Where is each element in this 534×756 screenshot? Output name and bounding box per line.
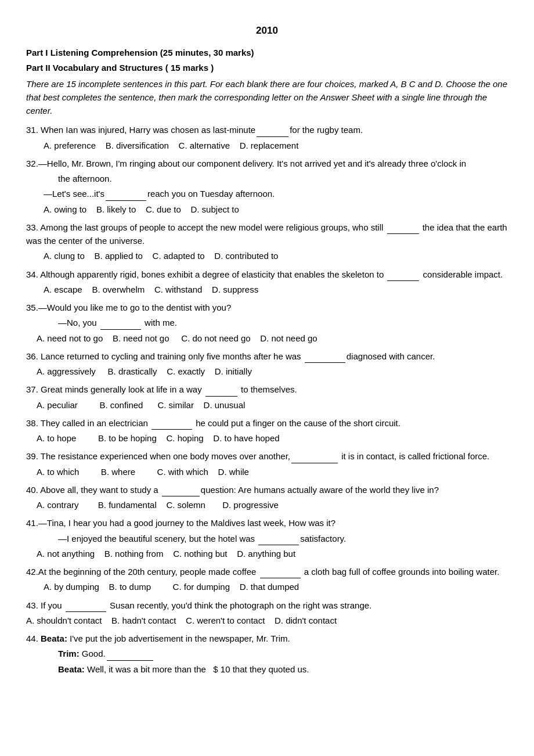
q31-options: A. preference B. diversification C. alte… xyxy=(44,139,508,152)
question-31: 31. When Ian was injured, Harry was chos… xyxy=(26,123,508,152)
q42-text: 42.At the beginning of the 20th century,… xyxy=(26,565,508,578)
part1-heading: Part I Listening Comprehension (25 minut… xyxy=(26,46,508,60)
q38-text: 38. They called in an electrician he cou… xyxy=(26,416,508,430)
q40-options: A. contrary B. fundamental C. solemn D. … xyxy=(37,498,508,512)
q42-options: A. by dumping B. to dump C. for dumping … xyxy=(44,580,508,593)
q41-text2: —I enjoyed the beautiful scenery, but th… xyxy=(58,532,508,545)
question-36: 36. Lance returned to cycling and traini… xyxy=(26,350,508,379)
q39-text: 39. The resistance experienced when one … xyxy=(26,449,508,463)
q40-text: 40. Above all, they want to study a ques… xyxy=(26,483,508,496)
part2-heading: Part II Vocabulary and Structures ( 15 m… xyxy=(26,62,508,75)
q33-text: 33. Among the last groups of people to a… xyxy=(26,221,508,248)
q36-options: A. aggressively B. drastically C. exactl… xyxy=(37,365,508,378)
q41-options: A. not anything B. nothing from C. nothi… xyxy=(37,547,508,560)
question-40: 40. Above all, they want to study a ques… xyxy=(26,483,508,512)
q44-text2: Trim: Good. xyxy=(58,647,508,660)
q32-options: A. owing to B. likely to C. due to D. su… xyxy=(44,203,508,216)
q32-text2: —Let's see...it'sreach you on Tuesday af… xyxy=(44,187,508,200)
q31-text: 31. When Ian was injured, Harry was chos… xyxy=(26,123,508,136)
q43-text: 43. If you Susan recently, you'd think t… xyxy=(26,599,508,612)
q44-text3: Beata: Well, it was a bit more than the … xyxy=(58,663,508,676)
q43-options: A. shouldn't contact B. hadn't contact C… xyxy=(26,614,508,627)
question-44: 44. Beata: I've put the job advertisemen… xyxy=(26,632,508,676)
question-37: 37. Great minds generally look at life i… xyxy=(26,383,508,412)
instructions: There are 15 incomplete sentences in thi… xyxy=(26,77,508,118)
q44-text1: 44. Beata: I've put the job advertisemen… xyxy=(26,632,508,645)
question-41: 41.—Tina, I hear you had a good journey … xyxy=(26,516,508,560)
question-34: 34. Although apparently rigid, bones exh… xyxy=(26,268,508,297)
part2-marks-val: ( 15 marks ) xyxy=(165,63,214,73)
q35-text2: —No, you with me. xyxy=(58,316,508,329)
question-43: 43. If you Susan recently, you'd think t… xyxy=(26,599,508,628)
page-title: 2010 xyxy=(26,23,508,38)
question-42: 42.At the beginning of the 20th century,… xyxy=(26,565,508,594)
q32-text1: 32.—Hello, Mr. Brown, I'm ringing about … xyxy=(26,157,508,170)
q34-text: 34. Although apparently rigid, bones exh… xyxy=(26,268,508,281)
q37-options: A. peculiar B. confined C. similar D. un… xyxy=(37,398,508,412)
q38-options: A. to hope B. to be hoping C. hoping D. … xyxy=(37,431,508,445)
q36-text: 36. Lance returned to cycling and traini… xyxy=(26,350,508,363)
question-39: 39. The resistance experienced when one … xyxy=(26,449,508,478)
q34-options: A. escape B. overwhelm C. withstand D. s… xyxy=(44,283,508,296)
q41-text1: 41.—Tina, I hear you had a good journey … xyxy=(26,516,508,530)
q32-text1b: the afternoon. xyxy=(58,172,508,185)
question-32: 32.—Hello, Mr. Brown, I'm ringing about … xyxy=(26,157,508,216)
q35-options: A. need not to go B. need not go C. do n… xyxy=(37,332,508,345)
q33-options: A. clung to B. applied to C. adapted to … xyxy=(44,249,508,262)
question-38: 38. They called in an electrician he cou… xyxy=(26,416,508,445)
question-35: 35.—Would you like me to go to the denti… xyxy=(26,301,508,345)
q39-options: A. to which B. where C. with which D. wh… xyxy=(37,465,508,478)
q37-text: 37. Great minds generally look at life i… xyxy=(26,383,508,396)
question-33: 33. Among the last groups of people to a… xyxy=(26,221,508,263)
part2-title: Part II Vocabulary and Structures xyxy=(26,63,163,73)
q35-text1: 35.—Would you like me to go to the denti… xyxy=(26,301,508,314)
